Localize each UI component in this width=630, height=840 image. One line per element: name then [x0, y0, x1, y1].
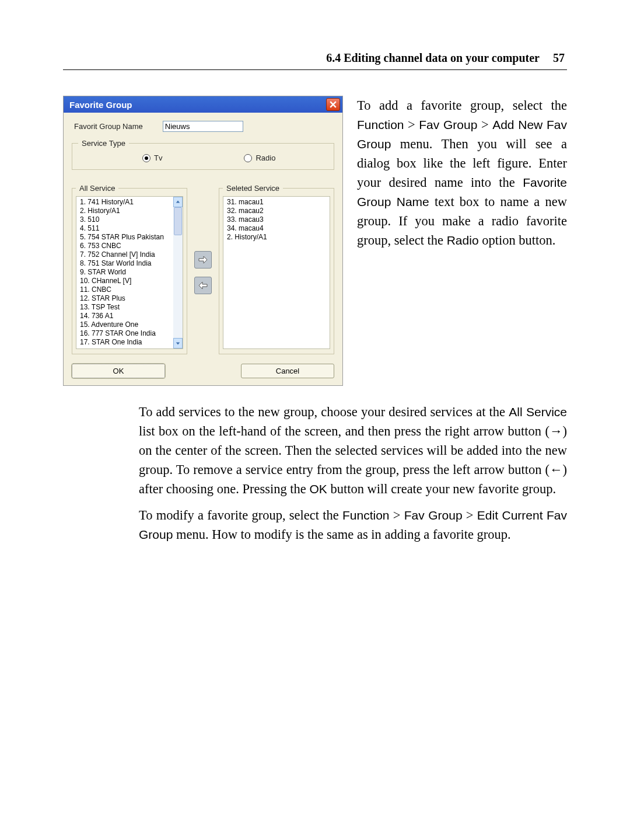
group-name-row: Favorit Group Name [72, 121, 334, 132]
list-item[interactable]: 9. STAR World [80, 268, 170, 277]
radio-off-icon [244, 154, 252, 162]
radio-on-icon [142, 154, 150, 162]
page-number: 57 [553, 51, 565, 64]
list-item[interactable]: 11. CNBC [80, 285, 170, 294]
document-page: 6.4 Editing channel data on your compute… [0, 0, 630, 840]
list-item[interactable]: 7. 752 Channel [V] India [80, 250, 170, 259]
list-item[interactable]: 32. macau2 [227, 207, 326, 215]
running-header: 6.4 Editing channel data on your compute… [63, 51, 567, 65]
list-item[interactable]: 4. 511 [80, 224, 170, 233]
arrow-column [193, 177, 213, 354]
list-item[interactable]: 12. STAR Plus [80, 294, 170, 303]
section-title: 6.4 Editing channel data on your compute… [326, 51, 540, 64]
dialog-title: Favorite Group [66, 100, 326, 110]
favorite-group-dialog: Favorite Group Favorit Group Name Servic… [63, 96, 343, 386]
selected-service-listbox[interactable]: 31. macau1 32. macau2 33. macau3 34. mac… [223, 196, 330, 349]
all-service-fieldset: All Service 1. 741 History/A1 2. History… [72, 184, 187, 354]
group-name-label: Favorit Group Name [74, 122, 143, 131]
selected-service-items: 31. macau1 32. macau2 33. macau3 34. mac… [223, 197, 330, 348]
list-item[interactable]: 13. TSP Test [80, 303, 170, 312]
group-name-input[interactable] [163, 121, 243, 132]
radio-radio-label: Radio [256, 154, 275, 162]
list-item[interactable]: 31. macau1 [227, 198, 326, 207]
dialog-titlebar: Favorite Group [64, 96, 342, 113]
arrow-right-icon[interactable] [194, 251, 212, 269]
body-text: To add services to the new group, choose… [63, 402, 567, 544]
list-item[interactable]: 2. History/A1 [80, 207, 170, 215]
list-item[interactable]: 15. Adventure One [80, 320, 170, 329]
arrow-left-icon[interactable] [194, 277, 212, 294]
selected-service-fieldset: Seleted Service 31. macau1 32. macau2 33… [219, 184, 334, 354]
side-paragraph: To add a favorite group, select the Func… [357, 96, 567, 386]
list-item[interactable]: 3. 510 [80, 215, 170, 224]
service-type-fieldset: Service Type Tv Radio [72, 139, 334, 170]
all-service-items: 1. 741 History/A1 2. History/A1 3. 510 4… [76, 197, 173, 348]
all-service-legend: All Service [76, 184, 118, 193]
cancel-button[interactable]: Cancel [241, 364, 334, 378]
tv-radio[interactable]: Tv [142, 154, 162, 162]
all-service-scrollbar[interactable] [173, 197, 183, 348]
radio-radio[interactable]: Radio [244, 154, 275, 162]
header-rule [63, 69, 567, 70]
list-item[interactable]: 17. STAR One India [80, 338, 170, 347]
ok-button[interactable]: OK [72, 364, 165, 378]
list-item[interactable]: 8. 751 Star World India [80, 259, 170, 268]
scroll-track[interactable] [173, 207, 183, 338]
paragraph: To add services to the new group, choose… [139, 402, 567, 499]
list-item[interactable]: 14. 736 A1 [80, 312, 170, 320]
list-item[interactable]: 33. macau3 [227, 215, 326, 224]
scroll-down-icon[interactable] [173, 338, 183, 348]
close-icon[interactable] [326, 98, 340, 111]
list-item[interactable]: 16. 777 STAR One India [80, 329, 170, 338]
all-service-listbox[interactable]: 1. 741 History/A1 2. History/A1 3. 510 4… [76, 196, 183, 349]
tv-radio-label: Tv [154, 154, 162, 162]
paragraph: To modify a favorite group, select the F… [139, 506, 567, 544]
list-item[interactable]: 34. macau4 [227, 224, 326, 233]
selected-service-legend: Seleted Service [223, 184, 283, 193]
list-item[interactable]: 2. History/A1 [227, 233, 326, 242]
list-item[interactable]: 5. 754 STAR Plus Pakistan [80, 233, 170, 242]
list-item[interactable]: 10. CHanneL [V] [80, 277, 170, 285]
scroll-thumb[interactable] [174, 207, 182, 235]
dialog-body: Favorit Group Name Service Type Tv Radio [64, 113, 342, 385]
scroll-up-icon[interactable] [173, 197, 183, 207]
list-item[interactable]: 1. 741 History/A1 [80, 198, 170, 207]
list-item[interactable]: 6. 753 CNBC [80, 242, 170, 250]
service-type-legend: Service Type [78, 139, 129, 148]
